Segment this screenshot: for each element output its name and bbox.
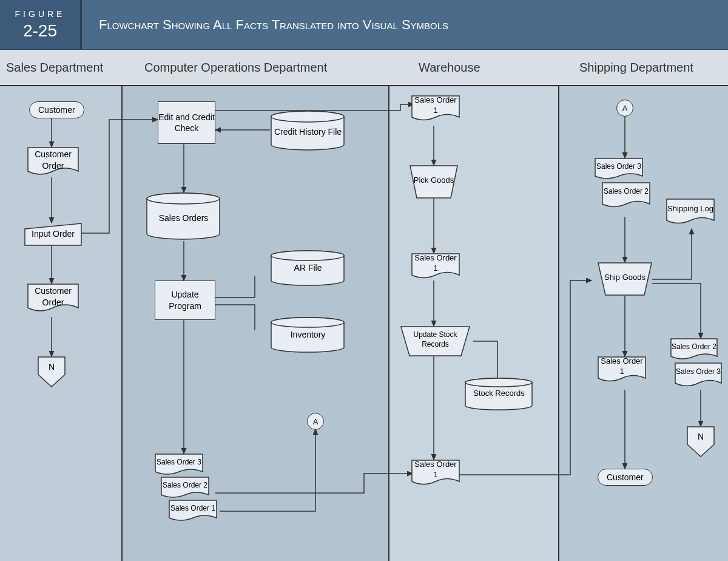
lane-headers: Sales Department Computer Operations Dep… bbox=[0, 50, 728, 86]
figure-header: FIGURE 2-25 Flowchart Showing All Facts … bbox=[0, 0, 728, 50]
svg-point-23 bbox=[271, 251, 344, 260]
document-so1-ship-out-label: Sales Order 1 bbox=[598, 358, 646, 376]
connector-a-input: A bbox=[616, 100, 633, 117]
connector-a-output: A bbox=[307, 413, 324, 430]
document-so2-ship-out-label: Sales Order 2 bbox=[670, 339, 718, 355]
document-so3-comp-label: Sales Order 3 bbox=[155, 455, 203, 471]
lane-header-sales: Sales Department bbox=[0, 61, 121, 75]
svg-text:N: N bbox=[49, 362, 55, 372]
document-so1-wh-mid-label: Sales Order 1 bbox=[411, 254, 460, 273]
process-update-program: Update Program bbox=[155, 280, 215, 320]
manual-op-pick-goods-label: Pick Goods bbox=[410, 168, 458, 192]
document-so1-wh-bot-label: Sales Order 1 bbox=[411, 461, 460, 479]
process-edit-credit-check: Edit and Credit Check bbox=[158, 101, 215, 144]
offpage-connector-n2: N bbox=[687, 426, 715, 458]
cylinder-credit-history-label: Credit History File bbox=[270, 120, 346, 144]
document-so3-ship-out-label: Sales Order 3 bbox=[675, 364, 722, 381]
figure-number: 2-25 bbox=[23, 21, 57, 41]
cylinder-stock-records-label: Stock Records bbox=[464, 389, 534, 399]
svg-point-21 bbox=[147, 193, 220, 204]
lane-header-warehouse: Warehouse bbox=[388, 61, 558, 75]
document-so2-ship-label: Sales Order 2 bbox=[602, 183, 650, 200]
svg-point-25 bbox=[271, 318, 344, 327]
lane-header-computer: Computer Operations Department bbox=[121, 61, 388, 75]
figure-number-box: FIGURE 2-25 bbox=[0, 0, 82, 49]
cylinder-sales-orders-label: Sales Orders bbox=[146, 205, 221, 232]
figure-label: FIGURE bbox=[15, 9, 66, 19]
cylinder-inventory-label: Inventory bbox=[270, 329, 346, 340]
document-customer-order-1-label: Customer Order bbox=[27, 149, 79, 171]
manual-op-update-stock-label: Update Stock Records bbox=[400, 328, 470, 352]
svg-text:N: N bbox=[698, 432, 704, 441]
figure-title: Flowchart Showing All Facts Translated i… bbox=[82, 0, 728, 49]
document-so2-comp-label: Sales Order 2 bbox=[161, 478, 209, 494]
document-so3-ship-label: Sales Order 3 bbox=[595, 159, 643, 175]
manual-op-ship-goods-label: Ship Goods bbox=[598, 265, 652, 290]
cylinder-ar-file-label: AR File bbox=[270, 262, 346, 273]
flowchart-canvas: Customer Customer Order Input Order Cust… bbox=[0, 86, 728, 561]
document-so1-comp-label: Sales Order 1 bbox=[169, 501, 217, 517]
document-customer-order-2-label: Customer Order bbox=[27, 286, 79, 307]
terminal-customer-end: Customer bbox=[598, 469, 653, 486]
terminal-customer-start: Customer bbox=[29, 101, 84, 118]
lane-header-shipping: Shipping Department bbox=[558, 61, 728, 75]
svg-point-27 bbox=[465, 378, 532, 387]
offpage-connector-n1: N bbox=[38, 356, 66, 388]
document-shipping-log-label: Shipping Log bbox=[666, 200, 715, 218]
manual-input-order-label: Input Order bbox=[24, 225, 82, 243]
document-so1-wh-top-label: Sales Order 1 bbox=[411, 97, 460, 115]
